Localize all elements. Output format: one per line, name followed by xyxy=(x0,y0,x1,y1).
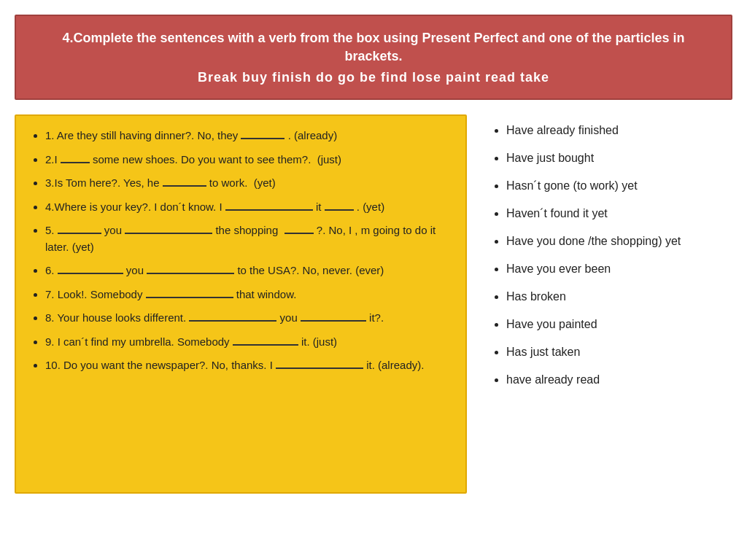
answer-item: Has broken xyxy=(506,288,725,306)
list-item: 1. Are they still having dinner?. No, th… xyxy=(45,128,451,144)
blank xyxy=(58,262,123,274)
blank xyxy=(163,175,206,187)
list-item: 6. you to the USA?. No, never. (ever) xyxy=(45,262,451,279)
blank xyxy=(241,128,285,139)
list-item: 3.Is Tom here?. Yes, he to work. (yet) xyxy=(45,175,451,192)
left-box: 1. Are they still having dinner?. No, th… xyxy=(15,114,467,494)
blank xyxy=(233,334,298,346)
left-list: 1. Are they still having dinner?. No, th… xyxy=(31,128,451,374)
content-area: 1. Are they still having dinner?. No, th… xyxy=(15,114,732,494)
list-item: 4.Where is your key?. I don´t know. I it… xyxy=(45,199,451,216)
blank xyxy=(301,310,366,322)
list-item: 9. I can´t find my umbrella. Somebody it… xyxy=(45,334,451,351)
blank xyxy=(285,222,314,234)
header-title: 4.Complete the sentences with a verb fro… xyxy=(34,29,713,66)
answer-item: Have you ever been xyxy=(506,260,725,278)
blank xyxy=(125,222,212,234)
answer-item: Have already finished xyxy=(506,122,725,139)
list-item: 5. you the shopping ?. No, I , m going t… xyxy=(45,222,451,255)
blank xyxy=(325,199,354,211)
header-box: 4.Complete the sentences with a verb fro… xyxy=(15,15,732,100)
list-item: 2.I some new shoes. Do you want to see t… xyxy=(45,152,451,168)
answer-item: Hasn´t gone (to work) yet xyxy=(506,177,725,195)
blank xyxy=(276,357,363,369)
answer-item: Have just bought xyxy=(506,149,725,167)
header-words: Break buy finish do go be find lose pain… xyxy=(34,70,713,85)
list-item: 7. Look!. Somebody that window. xyxy=(45,287,451,303)
blank xyxy=(146,287,233,298)
blank xyxy=(225,199,313,211)
blank xyxy=(147,262,234,274)
answer-item: Have you painted xyxy=(506,316,725,333)
blank xyxy=(189,310,276,322)
answer-item: Has just taken xyxy=(506,343,725,361)
list-item: 10. Do you want the newspaper?. No, than… xyxy=(45,357,451,374)
list-item: 8. Your house looks different. you it?. xyxy=(45,310,451,327)
answer-item: have already read xyxy=(506,371,725,389)
answer-item: Haven´t found it yet xyxy=(506,205,725,222)
blank xyxy=(58,222,101,234)
right-box: Have already finished Have just bought H… xyxy=(484,114,732,406)
right-list: Have already finished Have just bought H… xyxy=(492,122,725,389)
answer-item: Have you done /the shopping) yet xyxy=(506,233,725,250)
blank xyxy=(61,152,90,163)
